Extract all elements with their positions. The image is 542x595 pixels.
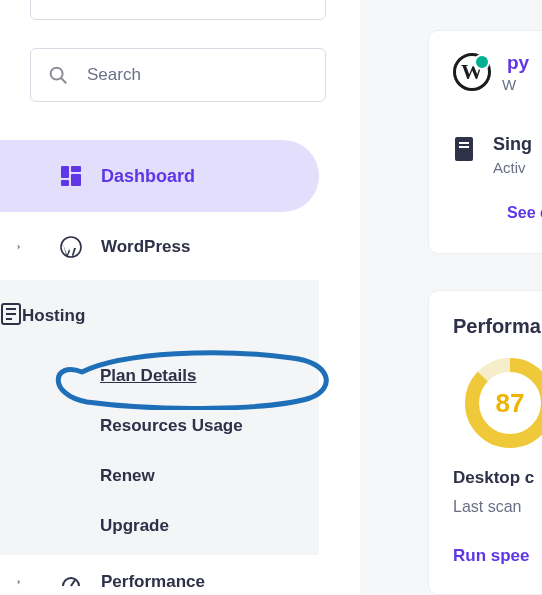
site-subtitle: W: [502, 76, 516, 93]
sidebar-hosting-group: Hosting Plan Details Resources Usage Ren…: [0, 280, 319, 555]
chevron-right-icon: [0, 242, 38, 252]
svg-rect-12: [455, 137, 473, 161]
performance-score-gauge: 87: [463, 356, 542, 450]
svg-rect-5: [71, 174, 81, 186]
svg-line-1: [61, 78, 66, 83]
wordpress-letter-icon: W: [461, 59, 483, 85]
gauge-icon: [59, 570, 83, 594]
last-scan-label: Last scan: [453, 498, 542, 516]
svg-rect-13: [459, 142, 469, 144]
search-input[interactable]: [87, 65, 309, 85]
desktop-label: Desktop c: [453, 468, 542, 488]
sidebar-subitem-plan-details[interactable]: Plan Details: [100, 360, 196, 392]
sidebar: Dashboard WordPress: [0, 0, 360, 595]
svg-rect-3: [71, 166, 81, 172]
see-details-link[interactable]: See c: [453, 204, 542, 222]
wordpress-site-icon: W: [453, 53, 491, 91]
sidebar-hosting-label: Hosting: [22, 306, 85, 326]
chevron-right-icon: [0, 577, 38, 587]
performance-card: Performa 87 Desktop c Last scan Run spee: [428, 290, 542, 595]
svg-rect-14: [459, 146, 469, 148]
main-content: W py W Sing Activ See c Performa: [360, 0, 542, 595]
plan-name: Sing: [493, 134, 532, 155]
sidebar-subitem-renew[interactable]: Renew: [100, 460, 155, 492]
sidebar-wordpress-label: WordPress: [101, 237, 190, 257]
sidebar-performance-label: Performance: [101, 572, 205, 592]
wordpress-icon: [59, 235, 83, 259]
plan-status: Activ: [493, 159, 532, 176]
sidebar-item-wordpress[interactable]: WordPress: [0, 228, 319, 266]
svg-rect-2: [61, 166, 69, 178]
svg-point-0: [51, 68, 63, 80]
sidebar-subitem-upgrade[interactable]: Upgrade: [100, 510, 169, 542]
server-icon: [0, 302, 22, 330]
sidebar-subitem-resources-usage[interactable]: Resources Usage: [100, 410, 243, 442]
performance-heading: Performa: [453, 315, 542, 338]
site-selector-dropdown[interactable]: [30, 0, 326, 20]
svg-line-11: [71, 580, 75, 586]
chevron-down-icon: [297, 0, 311, 5]
sidebar-item-performance[interactable]: Performance: [0, 563, 319, 595]
performance-score-value: 87: [463, 356, 542, 450]
dashboard-icon: [59, 164, 83, 188]
site-title[interactable]: py: [507, 53, 529, 72]
sidebar-dashboard-label: Dashboard: [101, 166, 195, 187]
search-icon: [47, 64, 69, 86]
plan-icon: [453, 136, 475, 162]
sidebar-item-dashboard[interactable]: Dashboard: [0, 140, 319, 212]
svg-rect-4: [61, 180, 69, 186]
run-speed-link[interactable]: Run spee: [453, 546, 542, 566]
search-field[interactable]: [30, 48, 326, 102]
sidebar-item-hosting[interactable]: Hosting: [0, 298, 319, 334]
site-card: W py W Sing Activ See c: [428, 30, 542, 254]
